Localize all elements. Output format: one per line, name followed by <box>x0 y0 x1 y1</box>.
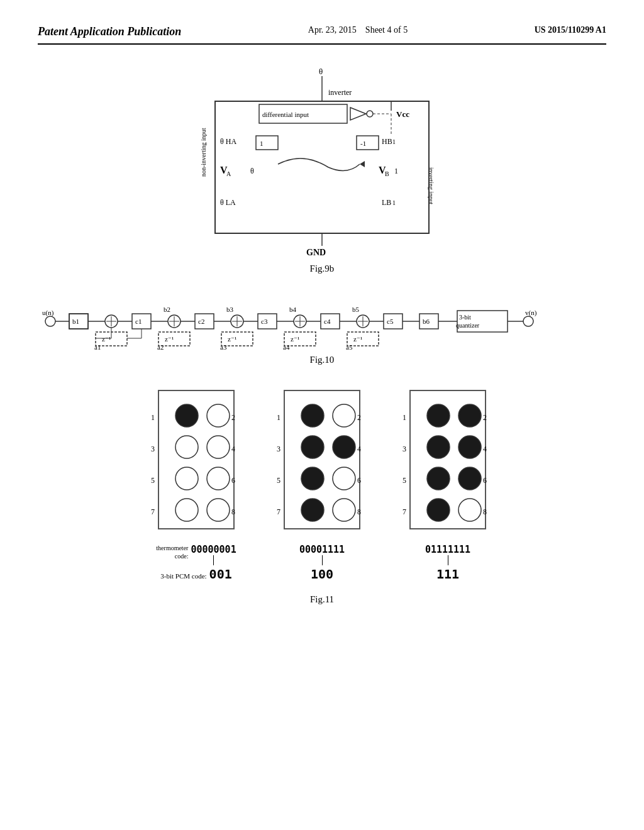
svg-point-138 <box>301 467 324 490</box>
svg-point-131 <box>333 404 355 427</box>
svg-text:2: 2 <box>483 413 487 422</box>
thermo-label-1: thermometercode: <box>156 544 188 560</box>
svg-point-109 <box>523 316 533 326</box>
svg-text:u(n): u(n) <box>42 309 54 317</box>
svg-text:z⁻¹: z⁻¹ <box>353 335 362 343</box>
svg-text:1: 1 <box>394 167 398 175</box>
svg-text:8: 8 <box>357 507 361 516</box>
svg-point-151 <box>427 436 450 458</box>
diagram-1: 1 2 3 4 5 6 <box>146 387 247 582</box>
svg-text:GND: GND <box>306 248 326 257</box>
svg-point-155 <box>427 467 450 490</box>
svg-text:non-inverting input: non-inverting input <box>200 128 207 177</box>
diagram-3: 1 2 3 4 5 6 <box>397 387 498 582</box>
svg-text:1: 1 <box>392 138 396 145</box>
svg-text:Vcc: Vcc <box>396 109 409 119</box>
svg-text:A: A <box>226 170 231 177</box>
svg-text:z⁻¹: z⁻¹ <box>102 335 111 343</box>
date: Apr. 23, 2015 <box>308 25 357 35</box>
page-header: Patent Application Publication Apr. 23, … <box>38 25 606 45</box>
fig9b-label: Fig.9b <box>310 263 335 274</box>
svg-text:c4: c4 <box>324 318 331 325</box>
svg-text:quantizer: quantizer <box>456 322 480 329</box>
svg-text:b4: b4 <box>289 306 297 313</box>
fig10-diagram: u(n) b1 c1 z⁻¹ a <box>39 293 605 350</box>
svg-text:1: 1 <box>402 413 406 422</box>
svg-text:b1: b1 <box>72 318 79 325</box>
diagrams-row: 1 2 3 4 5 6 <box>146 387 498 582</box>
svg-text:1: 1 <box>260 140 264 147</box>
svg-text:2: 2 <box>231 413 235 422</box>
fig9b-section: θ inverter differential input Vcc non-in… <box>38 64 606 287</box>
svg-text:z⁻¹: z⁻¹ <box>228 335 236 343</box>
svg-text:a5: a5 <box>346 343 353 350</box>
svg-text:θ HA: θ HA <box>220 137 236 146</box>
patent-number: US 2015/110299 A1 <box>535 25 606 35</box>
svg-point-37 <box>45 316 55 326</box>
svg-text:LB: LB <box>382 198 391 207</box>
svg-point-142 <box>301 499 324 521</box>
pcm-code-1: 001 <box>209 567 232 582</box>
code-block-2: 00001111 <box>299 544 345 565</box>
svg-text:5: 5 <box>277 476 280 485</box>
svg-point-121 <box>175 467 198 490</box>
svg-point-126 <box>207 499 230 521</box>
page: Patent Application Publication Apr. 23, … <box>0 0 644 830</box>
svg-text:c2: c2 <box>198 318 204 325</box>
pcm-label-1: 3-bit PCM code: <box>160 572 206 580</box>
svg-text:3: 3 <box>402 445 406 453</box>
svg-point-118 <box>207 436 230 458</box>
dot-grid-2: 1 2 3 4 5 6 <box>272 387 372 538</box>
svg-text:2: 2 <box>357 413 361 422</box>
svg-text:differential input: differential input <box>262 111 309 118</box>
fig9b-diagram: θ inverter differential input Vcc non-in… <box>165 64 479 258</box>
thermo-code-1: 00000001 <box>191 544 236 555</box>
fig10-section: u(n) b1 c1 z⁻¹ a <box>38 293 606 378</box>
svg-point-156 <box>458 467 481 490</box>
svg-text:θ: θ <box>250 167 254 175</box>
svg-point-147 <box>427 404 450 427</box>
svg-text:1: 1 <box>151 413 155 422</box>
dot-grid-1: 1 2 3 4 5 6 <box>146 387 247 538</box>
svg-text:c5: c5 <box>387 318 394 325</box>
code-block-3: 01111111 <box>425 544 470 565</box>
svg-point-143 <box>333 499 355 521</box>
svg-text:z⁻¹: z⁻¹ <box>291 335 299 343</box>
svg-text:7: 7 <box>151 507 155 516</box>
svg-text:5: 5 <box>402 476 406 485</box>
svg-text:b6: b6 <box>423 318 430 325</box>
svg-text:b2: b2 <box>164 306 170 313</box>
pcm-code-2: 100 <box>311 567 333 582</box>
svg-text:a2: a2 <box>157 343 164 350</box>
svg-point-148 <box>458 404 481 427</box>
publication-title: Patent Application Publication <box>38 25 181 38</box>
svg-text:7: 7 <box>402 507 406 516</box>
svg-text:3-bit: 3-bit <box>459 314 471 321</box>
svg-text:3: 3 <box>277 445 280 453</box>
svg-text:-1: -1 <box>360 140 366 147</box>
sheet: Sheet 4 of 5 <box>365 25 408 35</box>
svg-point-125 <box>175 499 198 521</box>
code-block-1: 00000001 <box>191 544 236 565</box>
svg-text:7: 7 <box>277 507 280 516</box>
svg-text:a3: a3 <box>220 343 227 350</box>
svg-marker-24 <box>360 161 365 167</box>
svg-text:6: 6 <box>357 476 361 485</box>
svg-text:c3: c3 <box>261 318 268 325</box>
svg-text:8: 8 <box>231 507 235 516</box>
fig11-section: 1 2 3 4 5 6 <box>38 387 606 617</box>
svg-text:θ LA: θ LA <box>220 198 236 207</box>
svg-text:6: 6 <box>231 476 235 485</box>
svg-text:5: 5 <box>151 476 155 485</box>
svg-text:b3: b3 <box>226 306 234 313</box>
svg-text:1: 1 <box>277 413 280 422</box>
svg-point-134 <box>301 436 324 458</box>
thermo-code-2: 00001111 <box>299 544 345 555</box>
svg-text:θ: θ <box>319 67 323 76</box>
svg-marker-6 <box>350 108 366 120</box>
fig11-label: Fig.11 <box>310 594 334 605</box>
svg-text:b5: b5 <box>352 306 360 313</box>
svg-text:6: 6 <box>483 476 487 485</box>
diagram-2: 1 2 3 4 5 6 <box>272 387 372 582</box>
svg-point-117 <box>175 436 198 458</box>
